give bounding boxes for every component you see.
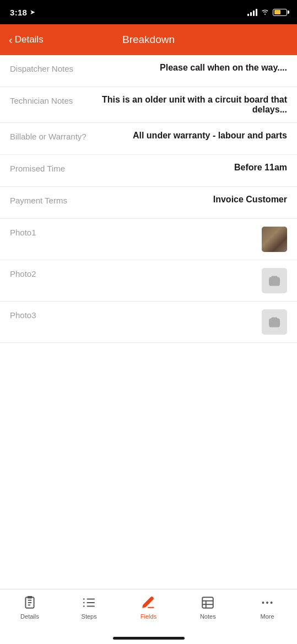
field-value-technician-notes: This is an older unit with a circuit boa… bbox=[73, 95, 287, 115]
field-billable-warranty: Billable or Warranty? All under warranty… bbox=[0, 123, 297, 155]
field-label-photo2: Photo2 bbox=[10, 268, 36, 278]
field-label-photo1: Photo1 bbox=[10, 227, 36, 237]
status-icons bbox=[247, 8, 287, 17]
location-icon: ➤ bbox=[30, 8, 35, 16]
status-bar: 3:18 ➤ bbox=[0, 0, 297, 24]
photo2-placeholder[interactable] bbox=[262, 268, 287, 293]
field-label-billable-warranty: Billable or Warranty? bbox=[10, 131, 87, 141]
tab-fields[interactable]: Fields bbox=[131, 595, 166, 620]
status-time: 3:18 bbox=[10, 8, 27, 17]
signal-icon bbox=[247, 8, 257, 16]
tab-bar: Details Steps Fields bbox=[0, 589, 297, 644]
field-technician-notes: Technician Notes This is an older unit w… bbox=[0, 87, 297, 123]
camera-icon bbox=[268, 315, 281, 329]
field-value-dispatcher-notes: Please call when on the way.... bbox=[73, 63, 287, 73]
svg-rect-4 bbox=[28, 596, 33, 598]
content-area: Dispatcher Notes Please call when on the… bbox=[0, 55, 297, 343]
tab-details-icon bbox=[22, 595, 37, 610]
tab-more-label: More bbox=[261, 613, 274, 620]
header: ‹ Details Breakdown bbox=[0, 24, 297, 55]
back-chevron-icon: ‹ bbox=[9, 34, 13, 46]
photo1-thumbnail[interactable] bbox=[262, 227, 287, 252]
tab-more[interactable]: More bbox=[250, 595, 285, 620]
tab-details-label: Details bbox=[20, 613, 39, 620]
page-title: Breakdown bbox=[122, 34, 175, 46]
field-dispatcher-notes: Dispatcher Notes Please call when on the… bbox=[0, 55, 297, 87]
tab-fields-label: Fields bbox=[141, 613, 156, 620]
svg-rect-11 bbox=[203, 597, 214, 608]
field-photo1[interactable]: Photo1 bbox=[0, 219, 297, 260]
svg-point-15 bbox=[262, 602, 264, 604]
field-label-photo3: Photo3 bbox=[10, 309, 36, 320]
svg-point-16 bbox=[266, 602, 268, 604]
back-button[interactable]: ‹ Details bbox=[9, 34, 44, 46]
home-indicator bbox=[113, 637, 185, 640]
tab-steps[interactable]: Steps bbox=[72, 595, 107, 620]
field-value-billable-warranty: All under warranty - labour and parts bbox=[87, 131, 287, 141]
back-label: Details bbox=[15, 34, 44, 45]
field-value-payment-terms: Invoice Customer bbox=[67, 195, 287, 205]
field-label-promised-time: Promised Time bbox=[10, 163, 65, 173]
field-label-technician-notes: Technician Notes bbox=[10, 95, 73, 105]
field-label-dispatcher-notes: Dispatcher Notes bbox=[10, 63, 73, 73]
field-photo2[interactable]: Photo2 bbox=[0, 260, 297, 302]
tab-steps-label: Steps bbox=[82, 613, 97, 620]
tab-notes-label: Notes bbox=[200, 613, 216, 620]
camera-icon bbox=[268, 274, 281, 287]
wifi-icon bbox=[261, 8, 269, 17]
field-payment-terms: Payment Terms Invoice Customer bbox=[0, 187, 297, 219]
tab-notes[interactable]: Notes bbox=[190, 595, 225, 620]
field-label-payment-terms: Payment Terms bbox=[10, 195, 67, 205]
tab-details[interactable]: Details bbox=[12, 595, 47, 620]
photo3-placeholder[interactable] bbox=[262, 309, 287, 335]
field-promised-time: Promised Time Before 11am bbox=[0, 155, 297, 187]
field-value-promised-time: Before 11am bbox=[65, 163, 287, 173]
tab-notes-icon bbox=[200, 595, 215, 610]
tab-more-icon bbox=[260, 595, 275, 610]
svg-point-17 bbox=[271, 602, 273, 604]
field-photo3[interactable]: Photo3 bbox=[0, 302, 297, 343]
tab-fields-icon bbox=[141, 595, 156, 610]
battery-icon bbox=[273, 9, 287, 16]
tab-steps-icon bbox=[82, 595, 97, 610]
